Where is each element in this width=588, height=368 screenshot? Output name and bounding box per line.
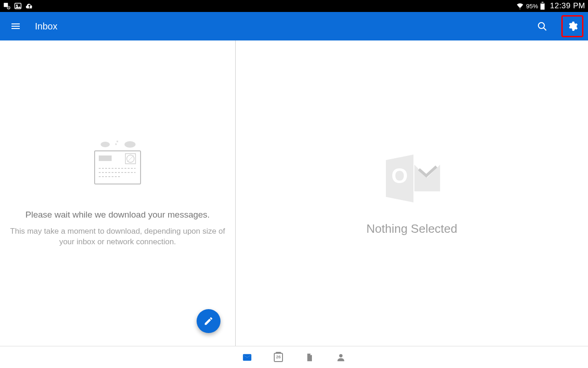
svg-text:O: O xyxy=(391,164,408,188)
nav-files[interactable] xyxy=(303,351,316,364)
svg-rect-5 xyxy=(541,3,545,10)
svg-point-14 xyxy=(124,141,136,148)
svg-rect-8 xyxy=(11,23,20,24)
settings-button[interactable] xyxy=(561,15,583,37)
downloading-illustration xyxy=(88,139,147,191)
svg-point-4 xyxy=(17,5,17,6)
svg-rect-7 xyxy=(541,3,545,4)
download-primary-text: Please wait while we download your messa… xyxy=(25,210,209,220)
nothing-selected-text: Nothing Selected xyxy=(366,222,457,236)
svg-point-24 xyxy=(339,354,342,357)
image-notification-icon xyxy=(14,2,22,10)
battery-icon xyxy=(540,2,548,10)
message-list-pane: Please wait while we download your messa… xyxy=(0,40,235,346)
person-icon xyxy=(336,352,346,362)
bottom-nav: 26 xyxy=(0,346,588,368)
clock: 12:39 PM xyxy=(550,1,585,11)
reading-pane: O Nothing Selected xyxy=(236,40,588,346)
file-icon xyxy=(305,352,314,362)
status-bar: 95% 12:39 PM xyxy=(0,0,588,12)
page-title: Inbox xyxy=(35,21,57,32)
notification-settings-icon xyxy=(3,2,11,10)
svg-rect-10 xyxy=(11,28,20,29)
gear-icon xyxy=(567,21,578,32)
svg-point-11 xyxy=(538,23,544,29)
cloud-upload-icon xyxy=(25,2,33,10)
compose-button[interactable] xyxy=(197,309,220,333)
svg-rect-16 xyxy=(99,155,112,161)
calendar-icon: 26 xyxy=(274,353,283,362)
search-icon xyxy=(537,21,548,32)
download-secondary-text: This may take a moment to download, depe… xyxy=(9,226,226,247)
search-button[interactable] xyxy=(531,15,553,37)
svg-rect-9 xyxy=(11,26,20,27)
nav-mail[interactable] xyxy=(241,351,254,364)
wifi-icon xyxy=(516,2,524,10)
menu-button[interactable] xyxy=(5,15,27,37)
svg-point-2 xyxy=(8,7,9,8)
svg-rect-0 xyxy=(4,3,8,7)
battery-percentage: 95% xyxy=(526,3,538,10)
svg-rect-6 xyxy=(542,2,543,3)
nav-people[interactable] xyxy=(334,351,347,364)
svg-line-12 xyxy=(544,28,547,31)
mail-icon xyxy=(242,352,253,362)
outlook-logo-icon: O xyxy=(378,151,447,208)
pencil-icon xyxy=(204,316,214,326)
svg-point-13 xyxy=(101,142,110,147)
nav-calendar[interactable]: 26 xyxy=(272,351,285,364)
hamburger-icon xyxy=(10,21,21,32)
app-bar: Inbox xyxy=(0,12,588,40)
